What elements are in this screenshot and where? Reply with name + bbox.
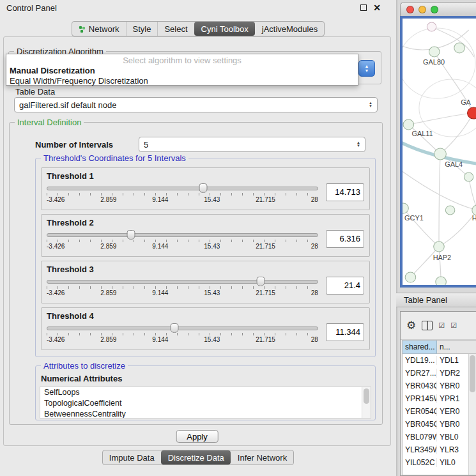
network-node[interactable] [464, 173, 473, 181]
close-traffic-light-icon[interactable] [406, 6, 414, 13]
tab-select[interactable]: Select [157, 22, 194, 36]
top-tab-strip: NetworkStyleSelectCyni ToolboxjActiveMod… [72, 21, 325, 36]
apply-button[interactable]: Apply [176, 430, 219, 443]
panel-title: Control Panel [6, 3, 57, 13]
thresholds-group-title: Threshold's Coordinates for 5 Intervals [41, 153, 188, 163]
slider-thumb[interactable] [127, 230, 135, 240]
threshold-row: Threshold 1-3.4262.8599.14415.4321.71528 [41, 167, 370, 210]
control-panel-titlebar: Control Panel ✕ [0, 0, 396, 15]
slider-thumb[interactable] [257, 277, 265, 286]
table-row[interactable]: YDR27...YDR2 [403, 367, 476, 380]
tab-infer-network[interactable]: Infer Network [231, 450, 293, 464]
table-data-combo[interactable]: galFiltered.sif default node ▲ ▼ [14, 97, 378, 112]
table-row[interactable]: YPR145WYPR1 [403, 392, 476, 405]
float-window-icon[interactable] [360, 4, 367, 11]
attribute-item[interactable]: TopologicalCoefficient [40, 398, 371, 409]
table-row[interactable]: YIL052CYIL0 [403, 456, 476, 469]
scrollbar-thumb[interactable] [364, 388, 369, 404]
slider-track[interactable] [47, 280, 318, 284]
threshold-slider[interactable]: -3.4262.8599.14415.4321.71528 [47, 227, 318, 250]
slider-ticks [47, 333, 318, 335]
tab-jactivemodules[interactable]: jActiveModules [255, 22, 324, 36]
threshold-value-input[interactable] [326, 183, 364, 201]
scrollbar-thumb[interactable] [470, 355, 475, 392]
table-row[interactable]: YBL079WYBL0 [403, 431, 476, 443]
table-panel-window: ⚙ ☑ ☑ shared...n... YDL19...YDL1YDR27...… [400, 311, 476, 476]
slider-track[interactable] [47, 326, 318, 330]
scale-label: 9.144 [152, 289, 168, 296]
slider-scale: -3.4262.8599.14415.4321.71528 [47, 289, 318, 296]
scale-label: 21.715 [256, 289, 275, 296]
network-node[interactable] [445, 206, 455, 215]
minimize-traffic-light-icon[interactable] [418, 6, 426, 13]
table-row[interactable]: YDL19...YDL1 [403, 354, 476, 367]
scale-label: 28 [311, 289, 318, 296]
network-node[interactable] [427, 22, 436, 31]
numerical-attributes-list[interactable]: SelfLoopsTopologicalCoefficientBetweenne… [40, 387, 371, 418]
threshold-value-input[interactable] [326, 230, 364, 248]
threshold-slider[interactable]: -3.4262.8599.14415.4321.71528 [47, 181, 318, 203]
tab-network[interactable]: Network [72, 22, 126, 36]
columns-icon[interactable] [422, 321, 433, 330]
zoom-traffic-light-icon[interactable] [431, 6, 438, 13]
top-tabs-container: NetworkStyleSelectCyni ToolboxjActiveMod… [0, 21, 396, 36]
combo-arrows-icon: ▲ ▼ [365, 102, 372, 108]
combo-down-icon: ▼ [365, 68, 369, 73]
threshold-value-input[interactable] [326, 277, 364, 295]
algorithm-combo-stepper[interactable]: ▲ ▼ [358, 60, 375, 77]
network-node[interactable] [454, 43, 465, 53]
tab-discretize-data[interactable]: Discretize Data [161, 450, 231, 464]
network-node-selected[interactable] [468, 107, 476, 119]
threshold-slider[interactable]: -3.4262.8599.14415.4321.71528 [47, 321, 318, 343]
network-node[interactable] [403, 203, 408, 213]
table-row[interactable]: YER054CYER0 [403, 405, 476, 418]
combo-down-icon: ▼ [369, 105, 372, 108]
dropdown-option[interactable]: Equal Width/Frequency Discretization [6, 76, 358, 86]
slider-thumb[interactable] [170, 323, 178, 333]
gear-icon[interactable]: ⚙ [406, 320, 416, 331]
network-node[interactable] [429, 47, 440, 57]
select-none-icon[interactable]: ☑ [450, 322, 457, 329]
close-icon[interactable]: ✕ [373, 3, 381, 12]
table-cell: YBR045C [403, 420, 437, 429]
table-cell: YER054C [403, 407, 437, 416]
tab-cyni-toolbox[interactable]: Cyni Toolbox [194, 22, 255, 36]
column-header[interactable]: n... [437, 341, 476, 354]
threshold-value-input[interactable] [326, 323, 364, 341]
table-row[interactable]: YBR045CYBR0 [403, 418, 476, 431]
table-row[interactable]: YBR043CYBR0 [403, 380, 476, 392]
scale-label: 28 [311, 336, 318, 343]
slider-track[interactable] [47, 233, 318, 237]
threshold-slider[interactable]: -3.4262.8599.14415.4321.71528 [47, 274, 318, 296]
titlebar-icons: ✕ [360, 3, 381, 12]
threshold-row: Threshold 2-3.4262.8599.14415.4321.71528 [41, 214, 370, 257]
list-scrollbar[interactable] [362, 387, 371, 418]
network-node[interactable] [434, 242, 445, 252]
table-body: YDL19...YDL1YDR27...YDR2YBR043CYBR0YPR14… [403, 354, 476, 469]
select-all-icon[interactable]: ☑ [438, 322, 445, 329]
network-node[interactable] [436, 277, 447, 285]
column-header[interactable]: shared... [403, 341, 437, 354]
tab-style[interactable]: Style [126, 22, 158, 36]
attribute-item[interactable]: BetweennessCentrality [40, 409, 371, 418]
tab-impute-data[interactable]: Impute Data [103, 450, 161, 464]
table-scrollbar[interactable] [468, 354, 476, 475]
table-cell: YDR27... [403, 369, 437, 378]
threshold-row: Threshold 3-3.4262.8599.14415.4321.71528 [41, 261, 370, 303]
network-canvas[interactable]: GAL80GAGAL11GAL4GCY1HHAP2 [400, 16, 476, 288]
dropdown-placeholder-option[interactable]: Select algorithm to view settings [6, 56, 358, 66]
control-panel-body: Discretization Algorithm ▲ ▼ Table Data … [3, 36, 391, 446]
attribute-item[interactable]: SelfLoops [40, 387, 371, 398]
network-node[interactable] [403, 119, 414, 130]
node-label: GAL80 [423, 58, 445, 66]
number-of-intervals-combo[interactable]: 5 ▲ ▼ [139, 137, 365, 152]
combo-value: galFiltered.sif default node [19, 100, 116, 110]
slider-track[interactable] [47, 187, 318, 190]
table-row[interactable]: YLR345WYLR3 [403, 443, 476, 456]
slider-thumb[interactable] [199, 183, 208, 193]
dropdown-option[interactable]: Manual Discretization [6, 66, 358, 76]
network-node[interactable] [434, 148, 447, 160]
threshold-rows: Threshold 1-3.4262.8599.14415.4321.71528… [40, 167, 371, 350]
dropdown-options: Manual DiscretizationEqual Width/Frequen… [6, 66, 358, 86]
network-node[interactable] [405, 272, 416, 282]
